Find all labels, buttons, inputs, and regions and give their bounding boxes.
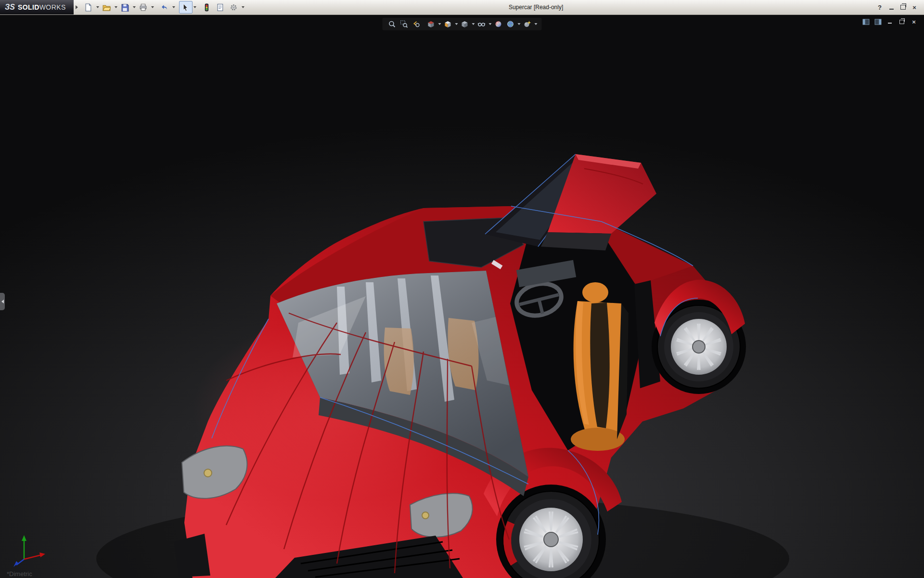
- edit-appearance-ball-icon: [495, 20, 502, 28]
- featuremanager-pane-button[interactable]: [861, 18, 870, 26]
- task-pane-button[interactable]: [873, 18, 882, 26]
- minimize-icon: [889, 9, 894, 10]
- view-orientation-label: *Dimetric: [7, 570, 32, 578]
- doc-restore-button[interactable]: [898, 18, 906, 26]
- select-button[interactable]: [179, 1, 192, 13]
- view-orientation-dropdown[interactable]: [454, 19, 459, 29]
- titlebar-controls: ? ×: [875, 2, 924, 12]
- restore-button[interactable]: [898, 2, 908, 12]
- window-title: Supercar [Read-only]: [509, 0, 563, 14]
- apply-scene-button[interactable]: [505, 19, 516, 29]
- undo-button[interactable]: [158, 1, 171, 13]
- reference-triad: [10, 531, 53, 567]
- view-settings-icon: [524, 20, 531, 28]
- new-document-dropdown[interactable]: [95, 1, 100, 13]
- zoom-to-area-icon: [400, 20, 408, 28]
- file-properties-button[interactable]: [214, 1, 227, 13]
- new-document-icon: [84, 3, 92, 12]
- section-view-dropdown[interactable]: [437, 19, 442, 29]
- save-dropdown[interactable]: [132, 1, 137, 13]
- minimize-button[interactable]: [886, 2, 896, 12]
- display-style-button[interactable]: [459, 19, 471, 29]
- hide-show-items-dropdown[interactable]: [488, 19, 492, 29]
- document-window-controls: ×: [861, 18, 918, 26]
- solidworks-logo-text: SOLIDWORKS: [18, 3, 66, 12]
- zoom-to-fit-button[interactable]: [386, 19, 398, 29]
- solidworks-logo: ЗS SOLIDWORKS: [0, 0, 74, 14]
- print-button[interactable]: [137, 1, 150, 13]
- display-style-icon: [461, 20, 469, 28]
- print-dropdown[interactable]: [150, 1, 155, 13]
- options-gear-icon: [230, 3, 238, 12]
- featuremanager-pane-icon: [862, 19, 870, 25]
- file-properties-icon: [216, 3, 224, 12]
- open-dropdown[interactable]: [114, 1, 118, 13]
- rebuild-stoplight-icon: [203, 3, 211, 12]
- rebuild-button[interactable]: [200, 1, 214, 13]
- hide-show-items-button[interactable]: [476, 19, 488, 29]
- view-orientation-cube-icon: [444, 20, 452, 28]
- doc-close-button[interactable]: ×: [910, 18, 918, 26]
- titlebar: ЗS SOLIDWORKS: [0, 0, 924, 15]
- zoom-to-fit-icon: [388, 20, 396, 28]
- previous-view-icon: [412, 20, 420, 28]
- apply-scene-globe-icon: [507, 20, 514, 28]
- supercar-model[interactable]: [0, 14, 924, 578]
- restore-icon: [900, 5, 906, 10]
- save-floppy-icon: [121, 3, 129, 12]
- solidworks-logo-mark-icon: ЗS: [5, 3, 15, 12]
- new-document-button[interactable]: [82, 1, 95, 13]
- zoom-to-area-button[interactable]: [398, 19, 410, 29]
- panel-collapse-tab[interactable]: [0, 293, 5, 310]
- open-folder-icon: [103, 3, 111, 12]
- task-pane-icon: [874, 19, 882, 25]
- hide-show-items-glasses-icon: [478, 20, 486, 28]
- select-cursor-icon: [181, 3, 190, 12]
- doc-minimize-button[interactable]: [886, 18, 894, 26]
- close-button[interactable]: ×: [910, 2, 919, 12]
- view-settings-dropdown[interactable]: [534, 19, 538, 29]
- 3d-viewport[interactable]: × *Dimetric: [0, 14, 924, 578]
- undo-dropdown[interactable]: [171, 1, 176, 13]
- print-icon: [139, 3, 147, 12]
- section-view-icon: [427, 20, 435, 28]
- menu-expand-icon[interactable]: [76, 5, 78, 9]
- view-settings-button[interactable]: [522, 19, 533, 29]
- save-button[interactable]: [118, 1, 132, 13]
- previous-view-button[interactable]: [411, 19, 422, 29]
- doc-minimize-icon: [888, 23, 892, 24]
- doc-restore-icon: [899, 20, 904, 24]
- section-view-button[interactable]: [425, 19, 437, 29]
- view-orientation-button[interactable]: [442, 19, 454, 29]
- open-button[interactable]: [100, 1, 114, 13]
- select-dropdown[interactable]: [192, 1, 197, 13]
- edit-appearance-button[interactable]: [493, 19, 504, 29]
- heads-up-view-toolbar: [383, 18, 542, 30]
- help-button[interactable]: ?: [875, 2, 885, 12]
- standard-toolbar: [82, 1, 245, 13]
- apply-scene-dropdown[interactable]: [517, 19, 521, 29]
- display-style-dropdown[interactable]: [471, 19, 475, 29]
- options-dropdown[interactable]: [241, 1, 245, 13]
- undo-arrow-icon: [160, 3, 168, 12]
- options-button[interactable]: [227, 1, 241, 13]
